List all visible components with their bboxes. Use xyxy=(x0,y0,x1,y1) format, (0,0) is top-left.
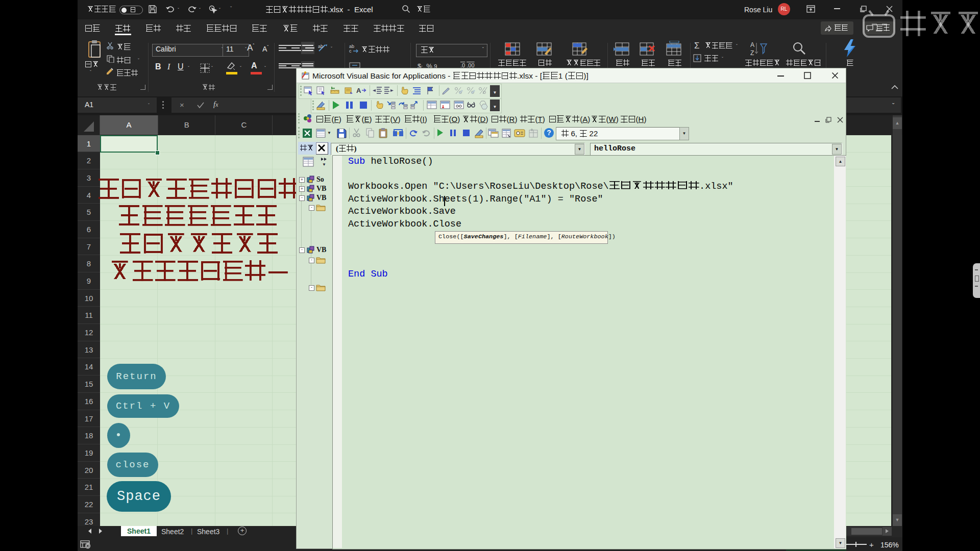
svg-text:c: c xyxy=(349,48,352,54)
svg-text:Z: Z xyxy=(750,49,754,56)
svg-text:ab: ab xyxy=(318,44,323,49)
svg-text:A: A xyxy=(750,41,754,48)
svg-text:A: A xyxy=(356,87,361,94)
